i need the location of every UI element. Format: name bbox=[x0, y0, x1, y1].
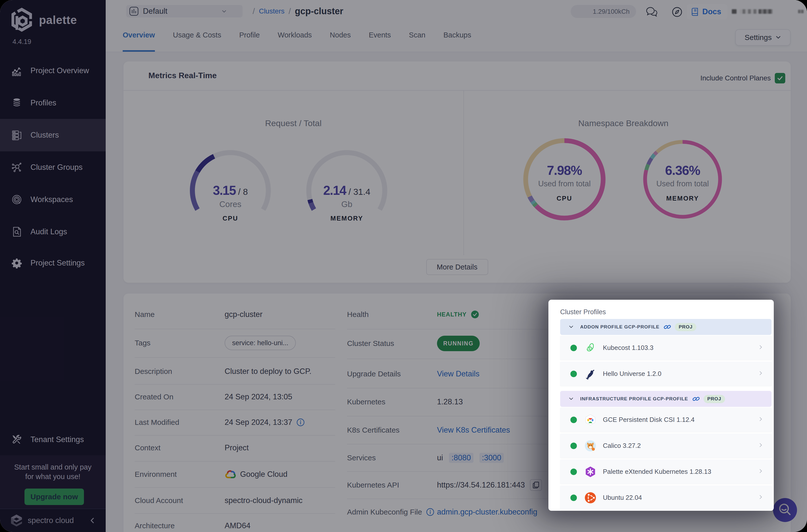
layer-name: Kubecost 1.103.3 bbox=[603, 344, 653, 352]
profile-layer-row-calico-3-27-2[interactable]: Calico 3.27.2 bbox=[560, 434, 771, 458]
profile-link-icon bbox=[663, 323, 671, 331]
ubuntu-icon bbox=[584, 492, 596, 504]
layer-chevron-right-icon bbox=[758, 469, 763, 475]
layer-name: Hello Universe 1.2.0 bbox=[603, 370, 661, 378]
app-window: palette 4.4.19 Project OverviewProfilesC… bbox=[0, 0, 807, 532]
section-chevron-down-icon[interactable] bbox=[568, 396, 574, 402]
layer-chevron-right-icon bbox=[758, 417, 763, 423]
section-chevron-down-icon[interactable] bbox=[568, 324, 574, 330]
profile-scope-badge: PROJ bbox=[675, 323, 696, 331]
layer-status-dot bbox=[570, 442, 577, 449]
layer-name: GCE Persistent Disk CSI 1.12.4 bbox=[603, 416, 695, 424]
profile-section-label: ADDON PROFILE GCP-PROFILE bbox=[580, 324, 659, 330]
gce-disk-icon bbox=[584, 414, 596, 426]
layer-chevron-right-icon bbox=[758, 370, 763, 377]
profile-layer-row-hello-universe-1-2-0[interactable]: Hello Universe 1.2.0 bbox=[560, 362, 771, 386]
layer-name: Calico 3.27.2 bbox=[603, 442, 641, 450]
layer-status-dot bbox=[570, 370, 577, 377]
hello-universe-icon bbox=[584, 368, 596, 380]
pxk-icon bbox=[584, 466, 596, 478]
profile-section-header-addon[interactable]: ADDON PROFILE GCP-PROFILEPROJ bbox=[560, 319, 771, 335]
layer-name: Ubuntu 22.04 bbox=[603, 494, 642, 501]
profile-section-label: INFRASTRUCTURE PROFILE GCP-PROFILE bbox=[580, 396, 688, 402]
kubecost-icon bbox=[584, 342, 596, 354]
layer-chevron-right-icon bbox=[758, 345, 763, 351]
profile-layer-row-kubecost-1-103-3[interactable]: Kubecost 1.103.3 bbox=[560, 336, 771, 360]
cluster-profiles-panel: Cluster Profiles ADDON PROFILE GCP-PROFI… bbox=[548, 300, 774, 511]
layer-chevron-right-icon bbox=[758, 495, 763, 501]
layer-status-dot bbox=[570, 495, 577, 501]
profile-section-header-infrastructure[interactable]: INFRASTRUCTURE PROFILE GCP-PROFILEPROJ bbox=[560, 391, 771, 407]
profile-link-icon bbox=[692, 395, 700, 403]
layer-status-dot bbox=[570, 469, 577, 475]
profile-layer-row-palette-extended-kubernetes-1-28-13[interactable]: Palette eXtended Kubernetes 1.28.13 bbox=[560, 460, 771, 484]
cluster-profiles-title: Cluster Profiles bbox=[560, 308, 606, 316]
profile-scope-badge: PROJ bbox=[703, 395, 725, 403]
layer-status-dot bbox=[570, 417, 577, 423]
calico-icon bbox=[584, 440, 596, 452]
profile-layer-row-ubuntu-22-04[interactable]: Ubuntu 22.04 bbox=[560, 486, 771, 510]
layer-status-dot bbox=[570, 345, 577, 351]
profile-layer-row-gce-persistent-disk-csi-1-12-4[interactable]: GCE Persistent Disk CSI 1.12.4 bbox=[560, 407, 771, 432]
layer-chevron-right-icon bbox=[758, 442, 763, 449]
layer-name: Palette eXtended Kubernetes 1.28.13 bbox=[603, 468, 711, 476]
